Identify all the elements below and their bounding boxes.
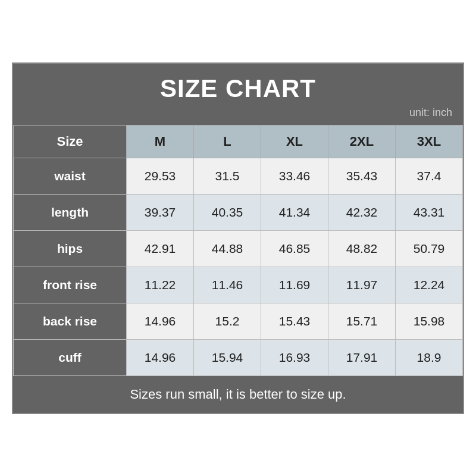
row-label-hips: hips xyxy=(14,230,127,267)
table-cell: 40.35 xyxy=(194,194,261,230)
table-body: waist29.5331.533.4635.4337.4length39.374… xyxy=(14,158,463,375)
table-cell: 41.34 xyxy=(261,194,328,230)
row-label-length: length xyxy=(14,194,127,230)
row-label-waist: waist xyxy=(14,158,127,194)
size-chart: SIZE CHART unit: inch SizeMLXL2XL3XL wai… xyxy=(12,62,464,414)
table-cell: 15.98 xyxy=(396,303,463,339)
table-cell: 11.69 xyxy=(261,267,328,303)
table-cell: 18.9 xyxy=(396,339,463,375)
table-cell: 46.85 xyxy=(261,230,328,267)
table-cell: 15.94 xyxy=(194,339,261,375)
table-cell: 15.2 xyxy=(194,303,261,339)
unit-label: unit: inch xyxy=(13,107,463,125)
table-cell: 43.31 xyxy=(396,194,463,230)
table-row: length39.3740.3541.3442.3243.31 xyxy=(14,194,463,230)
row-label-cuff: cuff xyxy=(14,339,127,375)
table-cell: 14.96 xyxy=(127,339,194,375)
table-row: waist29.5331.533.4635.4337.4 xyxy=(14,158,463,194)
col-header-l: L xyxy=(194,125,261,158)
table-cell: 16.93 xyxy=(261,339,328,375)
table-cell: 14.96 xyxy=(127,303,194,339)
table-cell: 42.32 xyxy=(328,194,396,230)
header-row: SizeMLXL2XL3XL xyxy=(14,125,463,158)
table-cell: 33.46 xyxy=(261,158,328,194)
row-label-back-rise: back rise xyxy=(14,303,127,339)
table-cell: 11.97 xyxy=(328,267,396,303)
footer-note: Sizes run small, it is better to size up… xyxy=(13,376,463,413)
table-cell: 44.88 xyxy=(194,230,261,267)
size-table: SizeMLXL2XL3XL waist29.5331.533.4635.433… xyxy=(13,125,463,376)
chart-title: SIZE CHART xyxy=(13,64,463,107)
table-cell: 29.53 xyxy=(127,158,194,194)
table-cell: 39.37 xyxy=(127,194,194,230)
col-header-2xl: 2XL xyxy=(328,125,396,158)
table-cell: 35.43 xyxy=(328,158,396,194)
table-cell: 15.71 xyxy=(328,303,396,339)
table-cell: 11.22 xyxy=(127,267,194,303)
col-header-xl: XL xyxy=(261,125,328,158)
col-header-m: M xyxy=(127,125,194,158)
table-row: back rise14.9615.215.4315.7115.98 xyxy=(14,303,463,339)
table-cell: 11.46 xyxy=(194,267,261,303)
size-header: Size xyxy=(14,125,127,158)
table-row: cuff14.9615.9416.9317.9118.9 xyxy=(14,339,463,375)
table-cell: 12.24 xyxy=(396,267,463,303)
table-cell: 17.91 xyxy=(328,339,396,375)
table-cell: 42.91 xyxy=(127,230,194,267)
table-cell: 15.43 xyxy=(261,303,328,339)
col-header-3xl: 3XL xyxy=(396,125,463,158)
table-cell: 37.4 xyxy=(396,158,463,194)
table-cell: 31.5 xyxy=(194,158,261,194)
table-cell: 48.82 xyxy=(328,230,396,267)
table-cell: 50.79 xyxy=(396,230,463,267)
row-label-front-rise: front rise xyxy=(14,267,127,303)
table-row: hips42.9144.8846.8548.8250.79 xyxy=(14,230,463,267)
table-row: front rise11.2211.4611.6911.9712.24 xyxy=(14,267,463,303)
